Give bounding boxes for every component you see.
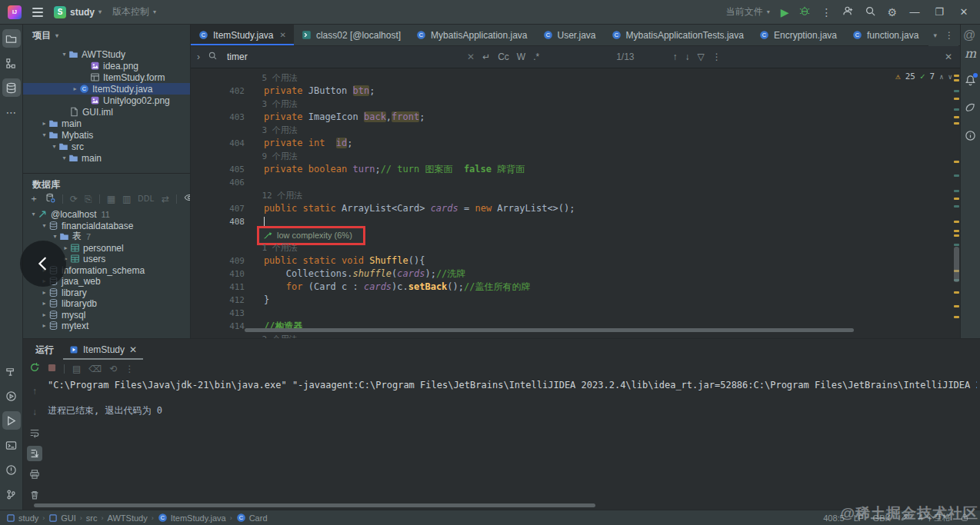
usages-inlay-hint[interactable]: 2 个用法	[191, 333, 960, 338]
db-detach-icon[interactable]: ⎘	[85, 194, 92, 204]
project-tree-row[interactable]: GUI.iml	[23, 106, 191, 118]
window-close-button[interactable]: ✕	[957, 6, 971, 18]
line-number[interactable]: 411	[191, 281, 245, 294]
status-item[interactable]: GBK	[873, 513, 891, 523]
tree-chevron-icon[interactable]: ▾	[60, 155, 68, 161]
code-line[interactable]: 403 private ImageIcon back,front;	[191, 111, 960, 124]
close-search-icon[interactable]: ✕	[945, 52, 952, 62]
close-tab-icon[interactable]: ✕	[279, 31, 285, 39]
line-number[interactable]: 406	[191, 176, 245, 189]
search-newline-icon[interactable]: ↵	[482, 52, 490, 62]
run-button[interactable]: ▶	[781, 7, 789, 18]
code-line[interactable]: 411 for (Card c : cards)c.setBack();//盖住…	[191, 281, 960, 294]
restore-layout-icon[interactable]: ▤	[72, 364, 81, 374]
editor-tab[interactable]: Cfunction.java	[845, 25, 926, 45]
code-line[interactable]: 412 }	[191, 294, 960, 307]
info-circle-icon[interactable]	[965, 130, 976, 144]
lock-icon[interactable]	[960, 513, 969, 523]
database-toolwindow-icon[interactable]	[2, 78, 21, 97]
tree-chevron-icon[interactable]: ▾	[40, 222, 48, 229]
project-tree-row[interactable]: ItemStudy.form	[23, 71, 191, 83]
line-number[interactable]: 403	[191, 111, 245, 124]
db-sync-icon[interactable]: ⟳	[70, 194, 78, 204]
status-item[interactable]: 408:5	[823, 513, 845, 523]
close-run-tab-icon[interactable]: ✕	[129, 344, 137, 355]
project-toolwindow-icon[interactable]	[2, 29, 21, 48]
usages-inlay-hint[interactable]: 5 个用法	[191, 71, 960, 85]
expand-search-chevron-icon[interactable]: ›	[197, 52, 200, 62]
line-number[interactable]: 409	[191, 254, 245, 267]
gradle-leaf-icon[interactable]	[965, 102, 976, 116]
run-toolwindow-icon[interactable]	[2, 411, 21, 430]
editor-tab[interactable]: CMybatisApplicationTests.java	[604, 25, 752, 45]
terminal-toolwindow-icon[interactable]	[2, 436, 21, 454]
editor-tab[interactable]: CUser.java	[535, 25, 604, 45]
project-tree-row[interactable]: ▾src	[23, 141, 191, 152]
db-jump-icon[interactable]: ⇄	[162, 194, 169, 204]
next-problem-icon[interactable]: ∨	[948, 73, 952, 81]
run-console[interactable]: "C:\Program Files\Java\jdk-21\bin\java.e…	[48, 379, 977, 500]
code-line[interactable]: 409 public static void Shuffle(){	[191, 254, 960, 267]
project-tree-row[interactable]: ▾AWTStudy	[23, 48, 191, 60]
project-tree-row[interactable]: idea.png	[23, 60, 191, 71]
settings-gear-icon[interactable]: ⚙	[887, 7, 897, 18]
pencil-icon[interactable]	[900, 513, 909, 523]
project-tree-row[interactable]: ▸main	[23, 118, 191, 129]
vcs-widget[interactable]: 版本控制 ▾	[112, 5, 156, 18]
tree-chevron-icon[interactable]: ▸	[40, 311, 48, 318]
back-overlay-button[interactable]	[20, 241, 66, 287]
clear-console-trash-icon[interactable]	[27, 487, 42, 503]
soft-wrap-icon[interactable]	[27, 425, 42, 440]
run-tab[interactable]: ItemStudy ✕	[63, 341, 143, 360]
structure-toolwindow-icon[interactable]	[2, 54, 21, 72]
db-table-icon[interactable]: ▦	[107, 194, 115, 204]
db-tree-row[interactable]: ▸mytext	[23, 320, 191, 331]
build-toolwindow-icon[interactable]	[2, 362, 21, 380]
next-match-icon[interactable]: ↓	[685, 52, 690, 62]
regex-toggle[interactable]: .*	[533, 52, 539, 62]
code-line[interactable]: 402 private JButton btn;	[191, 85, 960, 98]
project-tree-row[interactable]: Unitylogo02.png	[23, 95, 191, 106]
tree-chevron-icon[interactable]: ▸	[40, 300, 48, 307]
main-menu-icon[interactable]	[32, 8, 43, 17]
project-selector[interactable]: S study ▾	[54, 6, 102, 18]
services-toolwindow-icon[interactable]	[2, 387, 21, 405]
debug-button[interactable]	[799, 5, 810, 18]
search-everywhere-icon[interactable]	[865, 5, 876, 19]
window-restore-button[interactable]: ❐	[932, 6, 946, 18]
db-tree-row[interactable]: ▾表7	[23, 231, 191, 242]
project-panel-title[interactable]: 项目 ▾	[32, 29, 58, 42]
db-tree-row[interactable]: ▾@localhost11	[23, 208, 191, 220]
db-tree-row[interactable]: ▾financialdatabase	[23, 220, 191, 231]
editor-tab[interactable]: class02 [@localhost]	[294, 25, 408, 45]
editor-tab[interactable]: CMybatisApplication.java	[408, 25, 535, 45]
breadcrumb-item[interactable]: src	[86, 513, 98, 523]
run-options-kebab-icon[interactable]: ⋮	[125, 364, 134, 374]
tree-chevron-icon[interactable]: ▾	[60, 51, 68, 58]
editor-tab[interactable]: CItemStudy.java✕	[191, 25, 294, 45]
project-tree-row[interactable]: ▾Mybatis	[23, 129, 191, 141]
line-number[interactable]: 413	[191, 307, 245, 320]
clear-all-icon[interactable]: ⌫	[88, 364, 102, 374]
print-icon[interactable]	[27, 467, 42, 482]
tree-chevron-icon[interactable]: ▸	[62, 244, 70, 251]
tree-chevron-icon[interactable]: ▸	[40, 289, 48, 296]
db-tree-row[interactable]: ▸mysql	[23, 309, 191, 321]
tab-list-chevron-icon[interactable]: ▾	[933, 32, 937, 39]
line-number[interactable]: 410	[191, 267, 245, 281]
db-source-icon[interactable]	[45, 193, 55, 205]
status-item[interactable]: 4 个空格	[918, 512, 951, 523]
db-tree-row[interactable]: ▸library	[23, 287, 191, 298]
tab-options-kebab-icon[interactable]: ⋮	[945, 30, 954, 41]
line-number[interactable]: 402	[191, 85, 245, 98]
more-toolwindows-icon[interactable]: ⋯	[2, 103, 21, 121]
notifications-bell-icon[interactable]	[965, 75, 976, 88]
scroll-to-end-icon[interactable]	[27, 446, 42, 461]
code-line[interactable]: 410 Collections.shuffle(cards);//洗牌	[191, 267, 960, 281]
status-item[interactable]: LF	[854, 513, 864, 523]
prev-match-icon[interactable]: ↑	[673, 52, 678, 62]
line-number[interactable]: 407	[191, 202, 245, 215]
project-tree-row[interactable]: ▸CItemStudy.java	[23, 83, 191, 95]
breadcrumb-item[interactable]: CCard	[236, 513, 268, 523]
code-line[interactable]: 407 public static ArrayList<Card> cards …	[191, 202, 960, 215]
